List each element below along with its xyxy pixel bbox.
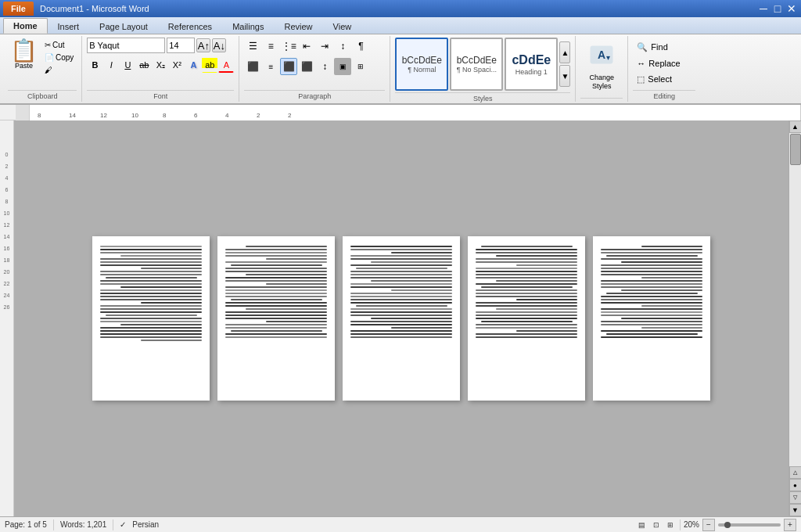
change-styles-icon: A ▾ xyxy=(589,43,614,74)
paragraph-label: Paragraph xyxy=(244,90,385,100)
tab-review[interactable]: Review xyxy=(274,19,322,34)
page-1[interactable] xyxy=(92,236,210,401)
ruler-num-8b: 8 xyxy=(163,112,166,119)
style-heading1-text: cDdEe xyxy=(512,52,551,67)
status-sep-1 xyxy=(53,519,54,530)
view-web-button[interactable]: ⊞ xyxy=(664,519,677,531)
scroll-down-button[interactable]: ▼ xyxy=(789,504,802,516)
ruler-v-24: 24 xyxy=(4,293,10,298)
find-button[interactable]: 🔍 Find xyxy=(633,40,695,55)
highlight-button[interactable]: ab xyxy=(202,57,217,73)
tab-insert[interactable]: Insert xyxy=(48,19,90,34)
view-print-button[interactable]: ▤ xyxy=(636,519,648,531)
ruler-v-20: 20 xyxy=(4,269,10,275)
decrease-indent-button[interactable]: ⇤ xyxy=(298,38,315,55)
tab-home[interactable]: Home xyxy=(3,18,48,34)
font-grow-button[interactable]: A↑ xyxy=(196,38,210,52)
minimize-button[interactable]: ─ xyxy=(757,2,770,15)
zoom-slider[interactable] xyxy=(718,523,781,527)
change-styles-button[interactable]: A ▾ ChangeStyles xyxy=(580,39,623,95)
tab-page-layout[interactable]: Page Layout xyxy=(89,19,158,34)
file-tab[interactable]: File xyxy=(3,2,34,16)
borders-button[interactable]: ⊞ xyxy=(352,58,369,75)
ruler-corner xyxy=(16,105,30,120)
ruler: 8 14 12 10 8 6 4 2 2 xyxy=(0,105,801,120)
copy-icon: 📄 xyxy=(45,53,54,62)
zoom-controls: ▤ ⊡ ⊞ 20% − + xyxy=(636,519,796,531)
style-normal-label: ¶ Normal xyxy=(408,66,436,74)
font-name-input[interactable] xyxy=(87,38,165,53)
zoom-out-button[interactable]: − xyxy=(702,519,715,531)
tab-references[interactable]: References xyxy=(158,19,222,34)
scroll-up-button[interactable]: ▲ xyxy=(789,120,802,133)
paste-button[interactable]: 📋 Paste xyxy=(8,38,40,72)
copy-button[interactable]: 📄 Copy xyxy=(41,52,77,63)
scroll-thumb[interactable] xyxy=(790,134,801,165)
ruler-num-14: 14 xyxy=(69,112,76,119)
align-left-button[interactable]: ⬛ xyxy=(244,58,261,75)
maximize-button[interactable]: □ xyxy=(771,2,784,15)
shading-button[interactable]: ▣ xyxy=(334,58,351,75)
superscript-button[interactable]: X² xyxy=(169,57,185,73)
bold-button[interactable]: B xyxy=(87,57,102,73)
scroll-page-down[interactable]: ▽ xyxy=(789,491,802,504)
tab-mailings[interactable]: Mailings xyxy=(222,19,274,34)
bullets-button[interactable]: ☰ xyxy=(244,38,261,55)
replace-button[interactable]: ↔ Replace xyxy=(633,56,695,70)
select-icon: ⬚ xyxy=(637,74,645,84)
increase-indent-button[interactable]: ⇥ xyxy=(316,38,333,55)
font-color-button[interactable]: A xyxy=(218,57,234,73)
page-5-content xyxy=(601,246,702,338)
ruler-v-26: 26 xyxy=(4,304,10,310)
page-4[interactable] xyxy=(468,236,585,401)
italic-button[interactable]: I xyxy=(103,57,119,73)
ruler-num-12: 12 xyxy=(100,112,107,119)
clipboard-group: 📋 Paste ✂ Cut 📄 Copy 🖌 Clipboard xyxy=(3,36,82,102)
view-fullscreen-button[interactable]: ⊡ xyxy=(650,519,663,531)
show-formatting-button[interactable]: ¶ xyxy=(352,38,369,55)
format-painter-button[interactable]: 🖌 xyxy=(41,64,77,76)
ribbon: 📋 Paste ✂ Cut 📄 Copy 🖌 Clipboard A↑ A↓ B… xyxy=(0,34,801,105)
check-icon: ✓ xyxy=(120,520,126,529)
align-center-button[interactable]: ≡ xyxy=(262,58,279,75)
style-normal-text: bCcDdEe xyxy=(402,55,442,66)
svg-text:▾: ▾ xyxy=(606,53,610,62)
scroll-page-up[interactable]: △ xyxy=(789,466,802,479)
paste-label: Paste xyxy=(15,62,33,70)
strikethrough-button[interactable]: ab xyxy=(136,57,152,73)
styles-scroll-down[interactable]: ▼ xyxy=(559,65,570,87)
font-shrink-button[interactable]: A↓ xyxy=(212,38,226,52)
line-spacing-button[interactable]: ↕ xyxy=(316,58,333,75)
ruler-v-2: 2 xyxy=(5,164,9,169)
select-button[interactable]: ⬚ Select xyxy=(633,72,695,87)
scroll-track[interactable] xyxy=(789,133,801,466)
numbering-button[interactable]: ≡ xyxy=(262,38,279,55)
zoom-in-button[interactable]: + xyxy=(784,519,796,531)
sort-button[interactable]: ↕ xyxy=(334,38,351,55)
paragraph-group: ☰ ≡ ⋮≡ ⇤ ⇥ ↕ ¶ ⬛ ≡ ⬛ ⬛ ↕ ▣ ⊞ Paragraph xyxy=(239,36,390,102)
tab-view[interactable]: View xyxy=(323,19,362,34)
style-normal[interactable]: bCcDdEe ¶ Normal xyxy=(395,38,448,91)
title-bar: File Document1 - Microsoft Word ─ □ ✕ xyxy=(0,0,801,17)
ruler-v-8: 8 xyxy=(5,199,9,204)
page-5[interactable] xyxy=(593,236,710,401)
style-no-spacing[interactable]: bCcDdEe ¶ No Spaci... xyxy=(450,38,503,91)
align-right-button[interactable]: ⬛ xyxy=(280,58,297,75)
justify-button[interactable]: ⬛ xyxy=(298,58,315,75)
close-button[interactable]: ✕ xyxy=(785,2,798,15)
style-heading1[interactable]: cDdEe Heading 1 xyxy=(505,38,558,91)
ruler-v-16: 16 xyxy=(4,246,10,251)
zoom-slider-thumb[interactable] xyxy=(724,522,731,528)
scroll-page-select[interactable]: ● xyxy=(789,479,802,491)
multilevel-button[interactable]: ⋮≡ xyxy=(280,38,297,55)
subscript-button[interactable]: X₂ xyxy=(153,57,168,73)
text-effects-button[interactable]: A xyxy=(185,57,201,73)
page-3[interactable] xyxy=(343,236,460,401)
ruler-v-10: 10 xyxy=(4,210,10,216)
page-2[interactable] xyxy=(217,236,335,401)
styles-scroll-up[interactable]: ▲ xyxy=(559,41,570,63)
font-size-input[interactable] xyxy=(167,38,195,53)
underline-button[interactable]: U xyxy=(120,57,135,73)
cut-button[interactable]: ✂ Cut xyxy=(41,39,77,51)
document-title: Document1 - Microsoft Word xyxy=(40,4,149,13)
